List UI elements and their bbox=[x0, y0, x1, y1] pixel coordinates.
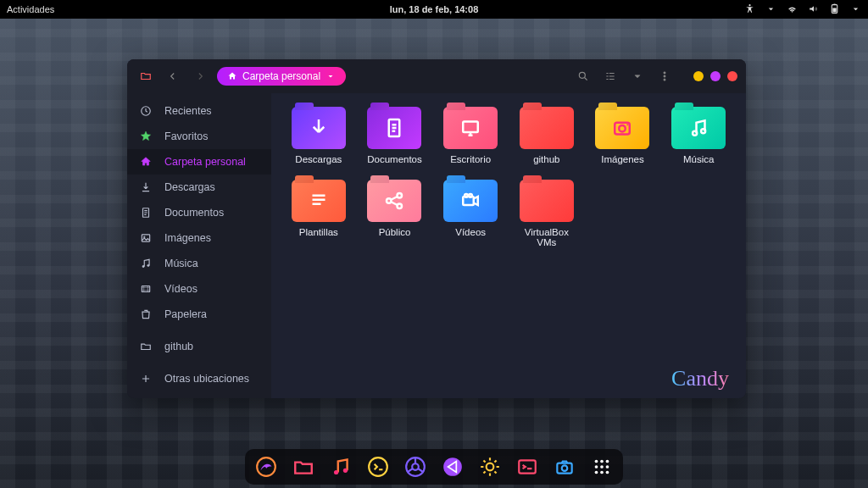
sidebar-item-other-locations[interactable]: Otras ubicaciones bbox=[127, 366, 271, 391]
folder-label: Escritorio bbox=[450, 154, 491, 164]
svg-point-0 bbox=[748, 4, 750, 6]
folder-item-desktop[interactable]: Escritorio bbox=[438, 107, 503, 164]
dock-app-terminal[interactable] bbox=[365, 454, 391, 480]
folder-item-templates[interactable]: Plantillas bbox=[287, 180, 351, 247]
path-breadcrumb[interactable]: Carpeta personal bbox=[217, 67, 346, 86]
svg-point-46 bbox=[600, 471, 604, 474]
svg-point-20 bbox=[693, 131, 697, 136]
dock-app-vscode[interactable] bbox=[440, 454, 465, 480]
dock-show-apps[interactable] bbox=[589, 454, 615, 480]
folder-item-downloads[interactable]: Descargas bbox=[287, 107, 351, 164]
folder-item-music[interactable]: Música bbox=[666, 107, 731, 164]
minimize-button[interactable] bbox=[693, 71, 704, 81]
music-icon bbox=[139, 257, 153, 270]
sidebar-item-home[interactable]: Carpeta personal bbox=[127, 149, 271, 175]
svg-point-30 bbox=[343, 469, 348, 473]
svg-point-34 bbox=[443, 458, 462, 476]
sidebar-item-label: Papelera bbox=[164, 308, 207, 320]
forward-button[interactable] bbox=[190, 66, 210, 86]
search-button[interactable] bbox=[573, 66, 593, 86]
svg-point-13 bbox=[147, 264, 149, 266]
svg-point-38 bbox=[562, 465, 568, 471]
downloads-icon bbox=[139, 180, 153, 194]
sidebar-item-videos[interactable]: Vídeos bbox=[127, 276, 271, 302]
accessibility-icon[interactable] bbox=[744, 3, 755, 16]
svg-point-35 bbox=[487, 463, 494, 471]
home-icon bbox=[139, 155, 153, 169]
clock-icon bbox=[139, 104, 153, 118]
svg-point-44 bbox=[606, 465, 609, 469]
folder-label: Descargas bbox=[295, 154, 342, 164]
folder-label: Plantillas bbox=[299, 227, 338, 237]
view-toggle-button[interactable] bbox=[600, 66, 620, 86]
sidebar-item-label: Música bbox=[164, 258, 198, 269]
folder-label: github bbox=[533, 154, 559, 164]
dropdown-icon[interactable] bbox=[765, 3, 776, 16]
folder-item-github[interactable]: github bbox=[515, 107, 579, 164]
sidebar-item-label: Descargas bbox=[164, 181, 215, 193]
folder-item-public[interactable]: Público bbox=[363, 180, 427, 247]
svg-point-7 bbox=[664, 79, 665, 80]
folder-item-pictures[interactable]: Imágenes bbox=[591, 107, 655, 164]
folder-item-videos[interactable]: Vídeos bbox=[438, 180, 503, 247]
volume-icon[interactable] bbox=[808, 3, 819, 16]
svg-point-6 bbox=[664, 75, 665, 77]
sidebar-item-pictures[interactable]: Imágenes bbox=[127, 225, 271, 251]
dock-app-chrome[interactable] bbox=[403, 454, 428, 480]
dock-app-firefox[interactable] bbox=[253, 454, 279, 480]
sidebar-item-label: Recientes bbox=[164, 105, 212, 117]
wifi-icon[interactable] bbox=[787, 3, 798, 16]
sidebar-item-starred[interactable]: Favoritos bbox=[127, 124, 271, 149]
folder-label: Imágenes bbox=[601, 154, 644, 164]
folder-label: VirtualBox VMs bbox=[515, 227, 579, 247]
sidebar-item-music[interactable]: Música bbox=[127, 251, 271, 276]
battery-icon[interactable] bbox=[829, 3, 840, 16]
folder-label: Documentos bbox=[367, 154, 422, 164]
sidebar-item-label: Carpeta personal bbox=[164, 156, 246, 168]
power-dropdown-icon[interactable] bbox=[850, 3, 861, 16]
sidebar-item-label: Documentos bbox=[164, 207, 224, 219]
sidebar-item-label: Favoritos bbox=[164, 130, 208, 142]
sidebar-item-bookmark-github[interactable]: github bbox=[127, 334, 271, 359]
svg-point-23 bbox=[398, 193, 403, 198]
svg-point-19 bbox=[627, 124, 629, 125]
sidebar-item-recent[interactable]: Recientes bbox=[127, 98, 271, 124]
svg-point-4 bbox=[579, 72, 585, 78]
svg-rect-36 bbox=[519, 460, 536, 473]
dock-app-terminal-alt[interactable] bbox=[515, 454, 540, 480]
sidebar-item-label: github bbox=[164, 341, 193, 352]
svg-point-45 bbox=[595, 471, 598, 474]
folder-item-virtualbox[interactable]: VirtualBox VMs bbox=[515, 180, 579, 247]
dock-app-files[interactable] bbox=[291, 454, 316, 480]
dock-app-screenshot[interactable] bbox=[552, 454, 577, 480]
svg-point-21 bbox=[701, 129, 705, 133]
activities-button[interactable]: Actividades bbox=[7, 4, 54, 14]
svg-point-12 bbox=[142, 265, 144, 267]
system-tray[interactable] bbox=[744, 3, 861, 16]
back-button[interactable] bbox=[163, 66, 183, 86]
documents-icon bbox=[139, 206, 153, 219]
close-button[interactable] bbox=[727, 71, 737, 81]
sidebar-item-label: Otras ubicaciones bbox=[164, 373, 249, 385]
maximize-button[interactable] bbox=[710, 71, 721, 81]
view-dropdown-button[interactable] bbox=[627, 66, 648, 86]
trash-icon bbox=[139, 308, 153, 321]
svg-rect-10 bbox=[142, 235, 149, 241]
folder-item-documents[interactable]: Documentos bbox=[363, 107, 427, 164]
dock-app-settings[interactable] bbox=[477, 454, 503, 480]
clock[interactable]: lun, 18 de feb, 14:08 bbox=[390, 4, 479, 14]
videos-icon bbox=[139, 282, 153, 296]
hamburger-menu-button[interactable] bbox=[654, 66, 675, 86]
sidebar-item-label: Vídeos bbox=[164, 283, 198, 295]
sidebar-item-trash[interactable]: Papelera bbox=[127, 302, 271, 327]
dock-app-music[interactable] bbox=[328, 454, 353, 480]
svg-point-24 bbox=[398, 204, 403, 209]
icon-view[interactable]: Descargas Documentos Escritorio github I… bbox=[271, 93, 746, 398]
folder-icon bbox=[139, 340, 153, 353]
svg-point-42 bbox=[595, 465, 598, 469]
headerbar: Carpeta personal bbox=[127, 59, 746, 93]
sidebar-item-downloads[interactable]: Descargas bbox=[127, 175, 271, 200]
folder-label: Vídeos bbox=[455, 227, 486, 237]
sidebar-item-documents[interactable]: Documentos bbox=[127, 200, 271, 225]
svg-point-33 bbox=[412, 463, 419, 470]
